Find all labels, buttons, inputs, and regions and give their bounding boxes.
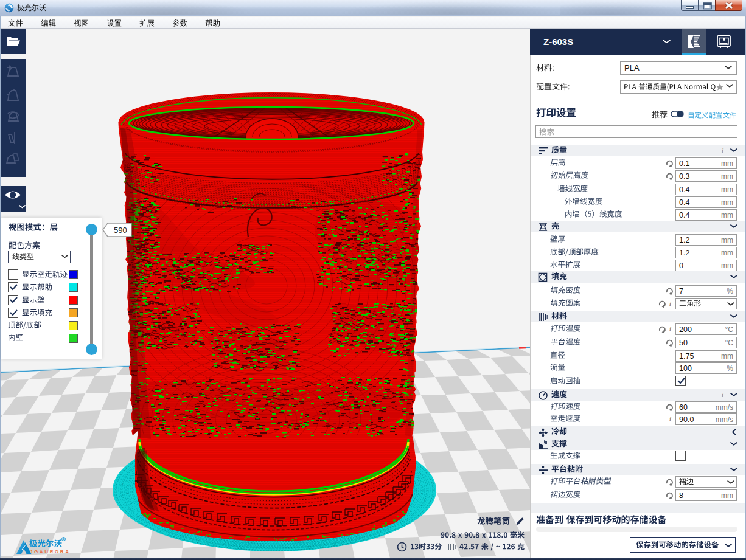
svg-text:590: 590: [114, 226, 127, 235]
